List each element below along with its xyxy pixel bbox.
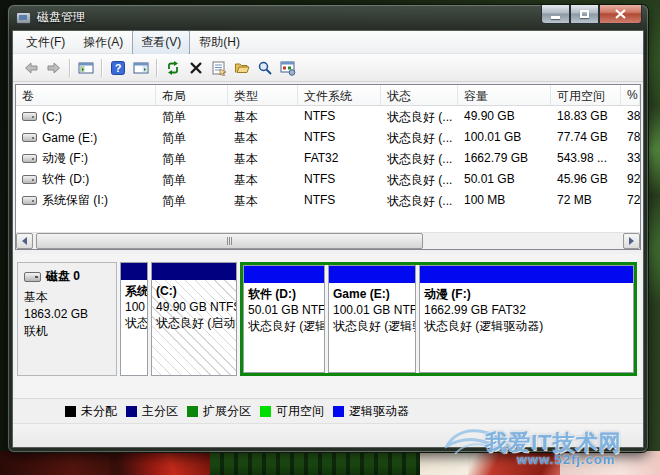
minimize-icon (551, 16, 560, 19)
cell-fs: FAT32 (298, 148, 381, 169)
col-capacity[interactable]: 容量 (458, 85, 551, 105)
partition-status: 状态良好 (逻辑驱 (248, 318, 320, 334)
horizontal-scrollbar[interactable] (16, 232, 640, 249)
extended-partition: 软件 (D:) 50.01 GB NTFS 状态良好 (逻辑驱 Game (E:… (240, 262, 637, 376)
menu-action[interactable]: 操作(A) (74, 30, 132, 55)
partition-status: 状态良好 (逻辑驱动器) (424, 318, 629, 334)
cell-type: 基本 (228, 127, 298, 148)
col-volume[interactable]: 卷 (16, 85, 156, 105)
cell-capacity: 1662.79 GB (458, 148, 551, 169)
cell-fs: NTFS (298, 169, 381, 190)
partition-c[interactable]: (C:) 49.90 GB NTFS 状态良好 (启动, (151, 262, 237, 376)
logical-drive-bar (420, 266, 633, 283)
delete-icon[interactable] (184, 57, 207, 79)
restore-button[interactable] (570, 5, 599, 24)
partition-name: 动漫 (F:) (424, 286, 629, 302)
logical-drive-bar (329, 266, 415, 283)
col-type[interactable]: 类型 (228, 85, 298, 105)
legend-swatch-extended (187, 406, 198, 417)
list-empty-area (16, 211, 640, 232)
disk-0-label[interactable]: 磁盘 0 基本 1863.02 GB 联机 (17, 262, 117, 376)
cell-status: 状态良好 (... (381, 106, 458, 127)
menu-bar: 文件(F) 操作(A) 查看(V) 帮助(H) (13, 31, 643, 54)
desktop-wallpaper (0, 451, 660, 475)
table-row[interactable]: Game (E:) 简单 基本 NTFS 状态良好 (... 100.01 GB… (16, 127, 640, 148)
cell-fs: NTFS (298, 190, 381, 211)
help-icon[interactable]: ? (106, 57, 129, 79)
cell-capacity: 100 MB (458, 190, 551, 211)
disk-name: 磁盘 0 (46, 268, 80, 285)
console-tree-icon[interactable] (74, 57, 97, 79)
close-icon (615, 9, 626, 19)
cell-layout: 简单 (156, 106, 228, 127)
close-button[interactable] (599, 5, 642, 24)
cell-pct: 72 (621, 190, 640, 211)
col-free-space[interactable]: 可用空间 (551, 85, 621, 105)
col-filesystem[interactable]: 文件系统 (298, 85, 381, 105)
cell-type: 基本 (228, 169, 298, 190)
cell-pct: 38 (621, 106, 640, 127)
col-layout[interactable]: 布局 (156, 85, 228, 105)
legend-label: 逻辑驱动器 (349, 403, 409, 420)
toolbar-separator (156, 59, 157, 77)
action-pane-icon[interactable] (129, 57, 152, 79)
drive-icon (22, 196, 37, 205)
scroll-right-icon[interactable] (623, 233, 640, 249)
table-row[interactable]: 动漫 (F:) 简单 基本 FAT32 状态良好 (... 1662.79 GB… (16, 148, 640, 169)
app-icon (16, 12, 31, 24)
menu-view[interactable]: 查看(V) (132, 30, 190, 55)
disk-0-row: 磁盘 0 基本 1863.02 GB 联机 系统保留 100 MB N 状态良好 (17, 262, 637, 376)
table-row[interactable]: 软件 (D:) 简单 基本 NTFS 状态良好 (... 50.01 GB 45… (16, 169, 640, 190)
menu-file[interactable]: 文件(F) (17, 30, 74, 55)
wallpaper-dark-red (0, 451, 120, 475)
cell-volume: 软件 (D:) (42, 171, 89, 188)
partition-info: 100 MB N (125, 299, 143, 315)
cell-fs: NTFS (298, 127, 381, 148)
status-bar (13, 423, 643, 447)
cell-status: 状态良好 (... (381, 190, 458, 211)
cell-status: 状态良好 (... (381, 148, 458, 169)
partition-blocks: 系统保留 100 MB N 状态良好 (C:) 49.90 GB NTFS 状态… (120, 262, 637, 376)
table-row[interactable]: (C:) 简单 基本 NTFS 状态良好 (... 49.90 GB 18.83… (16, 106, 640, 127)
cell-free: 77.74 GB (551, 127, 621, 148)
partition-d[interactable]: 软件 (D:) 50.01 GB NTFS 状态良好 (逻辑驱 (243, 265, 325, 373)
cell-free: 18.83 GB (551, 106, 621, 127)
wallpaper-red-streak (110, 451, 220, 475)
drive-icon (22, 175, 37, 184)
cell-status: 状态良好 (... (381, 127, 458, 148)
refresh-icon[interactable] (161, 57, 184, 79)
forward-icon[interactable] (42, 57, 65, 79)
col-status[interactable]: 状态 (381, 85, 458, 105)
scrollbar-thumb[interactable] (36, 233, 423, 249)
partition-status: 状态良好 (逻辑驱: (333, 318, 411, 334)
partition-name: (C:) (156, 283, 232, 299)
minimize-button[interactable] (541, 5, 570, 24)
find-icon[interactable] (253, 57, 276, 79)
cell-status: 状态良好 (... (381, 169, 458, 190)
cell-volume: 系统保留 (I:) (42, 192, 108, 209)
toolbar: ? (13, 54, 643, 82)
partition-status: 状态良好 (125, 315, 143, 331)
disk-management-window: 磁盘管理 文件(F) 操作(A) 查看(V) 帮助(H) (8, 5, 648, 452)
partition-f[interactable]: 动漫 (F:) 1662.99 GB FAT32 状态良好 (逻辑驱动器) (419, 265, 634, 373)
menu-help[interactable]: 帮助(H) (190, 30, 249, 55)
legend-swatch-unallocated (65, 406, 76, 417)
partition-e[interactable]: Game (E:) 100.01 GB NTFS 状态良好 (逻辑驱: (328, 265, 416, 373)
cell-type: 基本 (228, 106, 298, 127)
svg-text:?: ? (114, 62, 121, 74)
back-icon[interactable] (19, 57, 42, 79)
legend-label: 扩展分区 (203, 403, 251, 420)
cell-pct: 92 (621, 169, 640, 190)
manage-window-icon[interactable] (276, 57, 299, 79)
table-row[interactable]: 系统保留 (I:) 简单 基本 NTFS 状态良好 (... 100 MB 72… (16, 190, 640, 211)
partition-name: 系统保留 (125, 283, 143, 299)
drive-icon (22, 133, 37, 142)
scroll-left-icon[interactable] (16, 233, 33, 249)
primary-partition-bar (152, 263, 236, 280)
titlebar[interactable]: 磁盘管理 (12, 5, 644, 30)
open-folder-icon[interactable] (230, 57, 253, 79)
col-percent[interactable]: % (621, 85, 640, 105)
cell-free: 72 MB (551, 190, 621, 211)
partition-system-reserved[interactable]: 系统保留 100 MB N 状态良好 (120, 262, 148, 376)
properties-icon[interactable] (207, 57, 230, 79)
